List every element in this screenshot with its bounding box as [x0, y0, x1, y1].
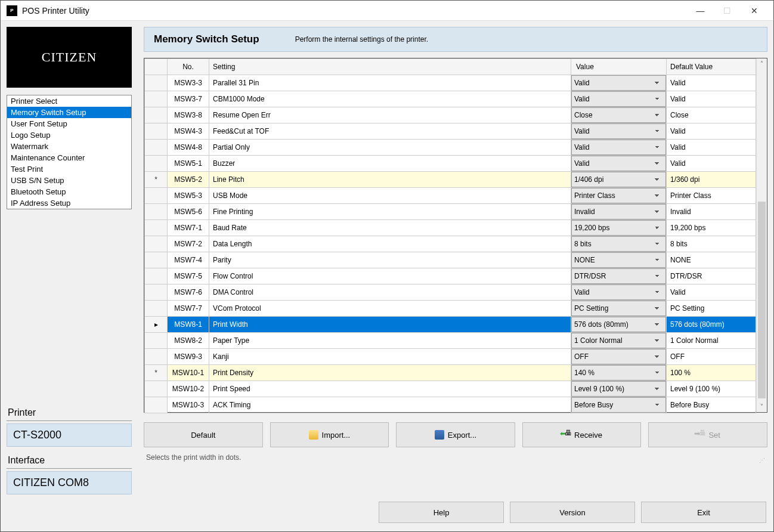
- col-setting[interactable]: Setting: [209, 59, 571, 75]
- save-icon: [435, 430, 444, 440]
- value-select[interactable]: Valid: [571, 140, 666, 155]
- col-no[interactable]: No.: [168, 59, 209, 75]
- scroll-down-icon[interactable]: ˅: [757, 401, 767, 412]
- value-select[interactable]: 8 bits: [571, 236, 666, 252]
- close-button[interactable]: ✕: [741, 2, 767, 20]
- sidebar-item-printer-select[interactable]: Printer Select: [7, 95, 131, 107]
- value-select[interactable]: Close: [571, 107, 666, 123]
- cell-no: MSW5-2: [168, 172, 209, 188]
- table-row[interactable]: MSW5-1BuzzerValidValid: [145, 156, 756, 172]
- value-select[interactable]: 140 %: [571, 365, 666, 381]
- cell-setting: CBM1000 Mode: [209, 91, 571, 107]
- value-select[interactable]: PC Setting: [571, 301, 666, 316]
- value-select[interactable]: Valid: [571, 75, 666, 91]
- cell-value: Before Busy: [571, 397, 667, 413]
- exit-button[interactable]: Exit: [641, 502, 766, 523]
- table-row[interactable]: MSW8-1Print Width576 dots (80mm)576 dots…: [145, 317, 756, 333]
- cell-setting: Flow Control: [209, 268, 571, 284]
- minimize-button[interactable]: —: [687, 2, 714, 20]
- col-value[interactable]: Value: [571, 59, 667, 75]
- receive-icon: [561, 430, 571, 440]
- cell-value: 19,200 bps: [571, 220, 667, 236]
- value-select[interactable]: 1/406 dpi: [571, 172, 666, 187]
- value-select[interactable]: Valid: [571, 156, 666, 171]
- cell-default: OFF: [667, 349, 756, 365]
- vertical-scrollbar[interactable]: ˄ ˅: [756, 58, 767, 412]
- import-button[interactable]: Import...: [270, 422, 389, 447]
- cell-no: MSW7-1: [168, 220, 209, 236]
- cell-default: Invalid: [667, 204, 756, 220]
- cell-setting: Parity: [209, 252, 571, 268]
- panel-title: Memory Switch Setup: [154, 33, 259, 45]
- table-row[interactable]: MSW5-6Fine PrintingInvalidInvalid: [145, 204, 756, 220]
- cell-setting: Paper Type: [209, 333, 571, 349]
- cell-no: MSW8-2: [168, 333, 209, 349]
- table-row[interactable]: MSW3-3Parallel 31 PinValidValid: [145, 75, 756, 91]
- table-row[interactable]: MSW7-6DMA ControlValidValid: [145, 284, 756, 301]
- cell-default: 1/360 dpi: [667, 172, 756, 188]
- sidebar-item-ip-address-setup[interactable]: IP Address Setup: [7, 197, 131, 209]
- cell-default: PC Setting: [667, 301, 756, 317]
- default-button[interactable]: Default: [144, 422, 263, 447]
- cell-no: MSW7-4: [168, 252, 209, 268]
- export-button[interactable]: Export...: [396, 422, 515, 447]
- sidebar-item-usb-s-n-setup[interactable]: USB S/N Setup: [7, 175, 131, 186]
- sidebar-item-test-print[interactable]: Test Print: [7, 163, 131, 175]
- table-row[interactable]: MSW4-8Partial OnlyValidValid: [145, 140, 756, 156]
- scroll-thumb[interactable]: [758, 202, 766, 398]
- cell-setting: ACK Timing: [209, 397, 571, 413]
- value-select[interactable]: OFF: [571, 349, 666, 364]
- cell-no: MSW10-2: [168, 381, 209, 397]
- sidebar-item-logo-setup[interactable]: Logo Setup: [7, 129, 131, 141]
- row-marker: [145, 317, 168, 333]
- cell-value: OFF: [571, 349, 667, 365]
- table-row[interactable]: MSW7-5Flow ControlDTR/DSRDTR/DSR: [145, 268, 756, 284]
- table-row[interactable]: MSW5-3USB ModePrinter ClassPrinter Class: [145, 188, 756, 204]
- table-row[interactable]: MSW5-2Line Pitch1/406 dpi1/360 dpi: [145, 172, 756, 188]
- col-default[interactable]: Default Value: [667, 59, 756, 75]
- sidebar-item-watermark[interactable]: Watermark: [7, 141, 131, 152]
- table-row[interactable]: MSW8-2Paper Type1 Color Normal1 Color No…: [145, 333, 756, 349]
- table-row[interactable]: MSW7-4ParityNONENONE: [145, 252, 756, 268]
- value-select[interactable]: Valid: [571, 91, 666, 107]
- value-select[interactable]: DTR/DSR: [571, 268, 666, 284]
- cell-default: 576 dots (80mm): [667, 317, 756, 333]
- value-select[interactable]: 576 dots (80mm): [571, 317, 666, 332]
- value-select[interactable]: Valid: [571, 284, 666, 300]
- value-select[interactable]: 19,200 bps: [571, 220, 666, 236]
- value-select[interactable]: Invalid: [571, 204, 666, 219]
- value-select[interactable]: 1 Color Normal: [571, 333, 666, 348]
- sidebar-item-bluetooth-setup[interactable]: Bluetooth Setup: [7, 186, 131, 197]
- app-icon: P: [7, 5, 17, 16]
- table-row[interactable]: MSW10-1Print Density140 %100 %: [145, 365, 756, 381]
- cell-setting: Parallel 31 Pin: [209, 75, 571, 91]
- value-select[interactable]: Printer Class: [571, 188, 666, 203]
- value-select[interactable]: Valid: [571, 123, 666, 139]
- table-row[interactable]: MSW7-2Data Length8 bits8 bits: [145, 236, 756, 252]
- sidebar-item-user-font-setup[interactable]: User Font Setup: [7, 118, 131, 129]
- receive-button[interactable]: Receive: [522, 422, 642, 447]
- row-marker: [145, 381, 168, 397]
- value-select[interactable]: Level 9 (100 %): [571, 381, 666, 397]
- scroll-up-icon[interactable]: ˄: [757, 58, 767, 69]
- cell-setting: Resume Open Err: [209, 107, 571, 123]
- table-row[interactable]: MSW7-1Baud Rate19,200 bps19,200 bps: [145, 220, 756, 236]
- cell-default: Valid: [667, 156, 756, 172]
- table-row[interactable]: MSW4-3Feed&Cut at TOFValidValid: [145, 123, 756, 140]
- value-select[interactable]: Before Busy: [571, 397, 666, 413]
- table-row[interactable]: MSW3-7CBM1000 ModeValidValid: [145, 91, 756, 107]
- table-row[interactable]: MSW7-7VCom ProtocolPC SettingPC Setting: [145, 301, 756, 317]
- table-row[interactable]: MSW3-8Resume Open ErrCloseClose: [145, 107, 756, 123]
- table-row[interactable]: MSW9-3KanjiOFFOFF: [145, 349, 756, 365]
- table-row[interactable]: MSW10-2Print SpeedLevel 9 (100 %)Level 9…: [145, 381, 756, 397]
- resize-grip-icon[interactable]: ⋰: [759, 457, 765, 463]
- cell-default: 100 %: [667, 365, 756, 381]
- maximize-button: ☐: [714, 2, 741, 20]
- cell-value: PC Setting: [571, 301, 667, 317]
- value-select[interactable]: NONE: [571, 252, 666, 268]
- version-button[interactable]: Version: [510, 502, 635, 523]
- sidebar-item-memory-switch-setup[interactable]: Memory Switch Setup: [7, 107, 131, 118]
- sidebar-item-maintenance-counter[interactable]: Maintenance Counter: [7, 152, 131, 163]
- table-row[interactable]: MSW10-3ACK TimingBefore BusyBefore Busy: [145, 397, 756, 413]
- help-button[interactable]: Help: [379, 502, 504, 523]
